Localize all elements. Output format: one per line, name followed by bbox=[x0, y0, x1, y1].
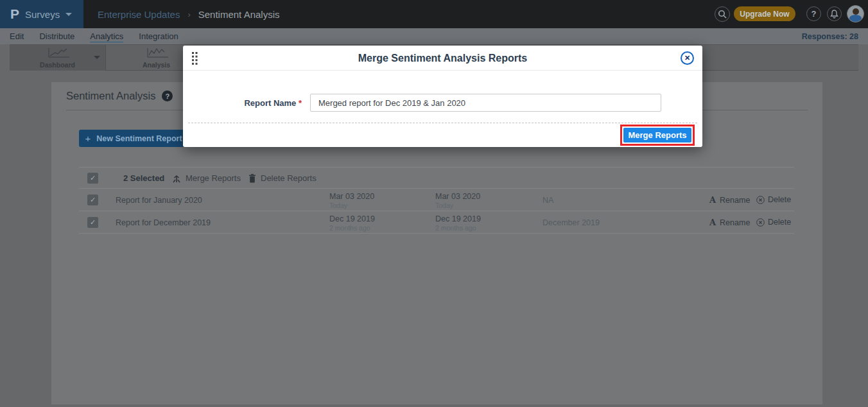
breadcrumb-survey[interactable]: Enterprise Updates bbox=[98, 9, 180, 20]
top-navbar: P Surveys Enterprise Updates › Sentiment… bbox=[0, 0, 868, 28]
report-created: Mar 03 2020 Today bbox=[329, 192, 374, 209]
delete-label: Delete bbox=[768, 218, 791, 227]
selected-count: 2 Selected bbox=[123, 173, 164, 183]
rename-label: Rename bbox=[720, 218, 750, 227]
dialog-separator bbox=[188, 123, 697, 123]
report-period: December 2019 bbox=[542, 218, 600, 227]
product-switcher[interactable]: P Surveys bbox=[0, 0, 83, 28]
chevron-down-icon bbox=[65, 13, 72, 16]
created-date: Mar 03 2020 bbox=[329, 192, 374, 201]
report-name[interactable]: Report for December 2019 bbox=[116, 218, 211, 227]
selection-header-row: ✓ 2 Selected Merge Reports Delete Report… bbox=[79, 167, 794, 188]
rename-icon: A bbox=[709, 218, 716, 227]
delete-reports-action[interactable]: Delete Reports bbox=[249, 168, 317, 189]
page: P Surveys Enterprise Updates › Sentiment… bbox=[0, 0, 868, 407]
breadcrumb-current: Sentiment Analysis bbox=[198, 9, 280, 20]
breadcrumb: Enterprise Updates › Sentiment Analysis bbox=[98, 0, 279, 28]
dialog-header: Merge Sentiment Analysis Reports ✕ bbox=[183, 46, 702, 71]
delete-circle-icon bbox=[756, 196, 765, 204]
rename-action[interactable]: A Rename bbox=[709, 195, 750, 205]
tab-dashboard[interactable]: Dashboard bbox=[10, 45, 106, 71]
upgrade-now-button[interactable]: Upgrade Now bbox=[734, 6, 795, 21]
row-checkbox[interactable]: ✓ bbox=[87, 195, 98, 205]
annotation-highlight: Merge Reports bbox=[620, 125, 695, 146]
delete-reports-label: Delete Reports bbox=[261, 173, 317, 183]
delete-label: Delete bbox=[768, 195, 791, 204]
new-sentiment-report-label: New Sentiment Report bbox=[96, 134, 182, 143]
report-period: NA bbox=[542, 196, 553, 205]
report-row-1: ✓ Report for January 2020 Mar 03 2020 To… bbox=[79, 188, 794, 211]
menu-analytics[interactable]: Analytics bbox=[90, 31, 123, 41]
menu-integration[interactable]: Integration bbox=[139, 31, 178, 41]
report-name-input[interactable] bbox=[310, 94, 661, 112]
report-row-2: ✓ Report for December 2019 Dec 19 2019 2… bbox=[79, 211, 794, 233]
delete-circle-icon bbox=[756, 218, 765, 227]
modified-relative: Today bbox=[435, 202, 480, 209]
report-modified: Dec 19 2019 2 months ago bbox=[435, 214, 481, 232]
notifications-bell-icon[interactable] bbox=[827, 6, 842, 21]
delete-action[interactable]: Delete bbox=[756, 218, 791, 227]
report-name-label: Report Name * bbox=[183, 98, 302, 108]
report-name[interactable]: Report for January 2020 bbox=[116, 196, 202, 205]
merge-reports-label: Merge Reports bbox=[186, 173, 241, 183]
product-label: Surveys bbox=[25, 9, 60, 20]
search-icon[interactable] bbox=[715, 6, 730, 22]
reports-table: ✓ 2 Selected Merge Reports Delete Report… bbox=[79, 167, 794, 234]
required-asterisk: * bbox=[299, 98, 302, 108]
created-relative: 2 months ago bbox=[329, 224, 375, 232]
dashboard-chart-icon bbox=[10, 48, 105, 61]
delete-action[interactable]: Delete bbox=[756, 195, 791, 204]
page-title: Sentiment Analysis bbox=[66, 90, 155, 102]
modified-date: Dec 19 2019 bbox=[435, 214, 481, 223]
dialog-close-icon[interactable]: ✕ bbox=[681, 51, 694, 65]
report-modified: Mar 03 2020 Today bbox=[435, 192, 480, 209]
created-relative: Today bbox=[329, 202, 374, 209]
report-created: Dec 19 2019 2 months ago bbox=[329, 214, 375, 232]
new-sentiment-report-button[interactable]: + New Sentiment Report bbox=[79, 130, 188, 147]
created-date: Dec 19 2019 bbox=[329, 214, 375, 223]
rename-label: Rename bbox=[720, 196, 750, 205]
trash-icon bbox=[249, 174, 256, 183]
rename-icon: A bbox=[709, 195, 716, 205]
dialog-title: Merge Sentiment Analysis Reports bbox=[183, 53, 702, 64]
merge-reports-action[interactable]: Merge Reports bbox=[173, 168, 241, 189]
survey-menubar: Edit Distribute Analytics Integration Re… bbox=[0, 28, 868, 44]
merge-reports-button[interactable]: Merge Reports bbox=[623, 128, 691, 143]
modified-date: Mar 03 2020 bbox=[435, 192, 480, 201]
rename-action[interactable]: A Rename bbox=[709, 218, 750, 227]
tab-dashboard-caret-icon[interactable] bbox=[94, 56, 100, 59]
select-all-checkbox[interactable]: ✓ bbox=[87, 173, 98, 184]
user-avatar[interactable] bbox=[847, 5, 864, 22]
row-checkbox[interactable]: ✓ bbox=[87, 217, 98, 228]
menu-edit[interactable]: Edit bbox=[10, 31, 24, 41]
plus-icon: + bbox=[85, 133, 91, 144]
help-icon[interactable]: ? bbox=[806, 6, 821, 21]
questionpro-logo-icon: P bbox=[10, 6, 19, 22]
title-help-icon[interactable]: ? bbox=[162, 91, 173, 101]
merge-reports-dialog: Merge Sentiment Analysis Reports ✕ Repor… bbox=[183, 46, 702, 147]
breadcrumb-separator-icon: › bbox=[187, 10, 190, 19]
responses-count[interactable]: Responses: 28 bbox=[802, 32, 858, 41]
tab-dashboard-label: Dashboard bbox=[10, 61, 105, 69]
menu-distribute[interactable]: Distribute bbox=[39, 31, 74, 41]
merge-icon bbox=[173, 174, 180, 183]
modified-relative: 2 months ago bbox=[435, 224, 481, 232]
